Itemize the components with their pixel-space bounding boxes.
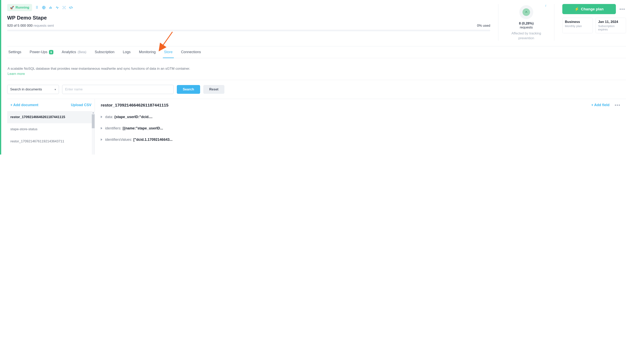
- tabs-nav: Settings Power-Ups 6 Analytics (Beta) Su…: [7, 46, 626, 58]
- tab-logs[interactable]: Logs: [122, 46, 132, 58]
- dots-icon: ⠿: [35, 6, 39, 10]
- face-scan-icon: [62, 6, 66, 10]
- reset-button[interactable]: Reset: [203, 85, 224, 94]
- status-badge: 🚀 Running: [7, 4, 32, 11]
- usage-count: 920 of 5 000 000 requests sent: [7, 24, 54, 28]
- add-field-button[interactable]: + Add field: [591, 103, 610, 107]
- code-icon: [69, 6, 73, 10]
- plus-icon: +: [10, 103, 12, 107]
- heartbeat-icon: [55, 6, 60, 10]
- field-row[interactable]: identifiers: [{name:"stape_userID...: [96, 123, 625, 134]
- plan-card-business: Business Monthly plan: [562, 18, 593, 33]
- plus-icon: +: [591, 103, 593, 107]
- tab-analytics[interactable]: Analytics (Beta): [60, 46, 88, 58]
- expand-icon: [101, 127, 102, 130]
- tab-settings[interactable]: Settings: [7, 46, 22, 58]
- svg-point-5: [64, 7, 65, 8]
- store-description: A scalable NoSQL database that provides …: [8, 67, 626, 71]
- field-row[interactable]: data: {stape_userID:"dcid....: [96, 111, 625, 123]
- scroll-up-icon[interactable]: ▲: [92, 111, 94, 114]
- info-icon[interactable]: i: [546, 4, 546, 7]
- svg-rect-3: [50, 6, 50, 9]
- affected-count: 8 (0,28%): [506, 22, 546, 26]
- tab-subscription[interactable]: Subscription: [94, 46, 116, 58]
- chevron-down-icon: ▾: [54, 88, 56, 91]
- tab-monitoring[interactable]: Monitoring: [138, 46, 157, 58]
- bolt-icon: ⚡: [574, 7, 579, 11]
- power-ups-badge: 6: [49, 50, 53, 54]
- change-plan-button[interactable]: ⚡ Change plan: [562, 4, 616, 14]
- upload-csv-button[interactable]: Upload CSV: [71, 103, 92, 107]
- affected-circle: [519, 5, 533, 19]
- svg-rect-2: [50, 7, 50, 9]
- divider: [498, 4, 498, 40]
- search-scope-select[interactable]: Search in documents ▾: [7, 85, 59, 94]
- affected-label: requests: [506, 26, 546, 30]
- more-menu-button[interactable]: •••: [619, 6, 626, 12]
- scroll-thumb[interactable]: [92, 114, 94, 128]
- svg-rect-4: [51, 7, 52, 9]
- learn-more-link[interactable]: Learn more: [8, 72, 25, 76]
- document-item[interactable]: restor_17092146646261187441115: [7, 111, 94, 123]
- tab-power-ups[interactable]: Power-Ups 6: [28, 46, 54, 58]
- expand-icon: [101, 116, 102, 118]
- document-item[interactable]: restor_17092146761192143643711: [7, 136, 94, 148]
- scrollbar[interactable]: ▲: [92, 111, 94, 154]
- plan-card-expiry: Jan 11, 2024 Subscription expires: [596, 18, 626, 33]
- add-document-button[interactable]: + Add document: [10, 103, 38, 107]
- field-row[interactable]: identifiersValues: ["dcid.1.17092146643.…: [96, 134, 625, 145]
- affected-sub: Affected by tracking prevention: [506, 31, 546, 40]
- rocket-icon: 🚀: [10, 6, 14, 10]
- document-more-button[interactable]: •••: [614, 102, 621, 108]
- search-button[interactable]: Search: [177, 85, 200, 94]
- bars-icon: [48, 6, 53, 10]
- expand-icon: [101, 138, 102, 141]
- document-item[interactable]: stape-store-status: [7, 123, 94, 136]
- search-input[interactable]: [62, 85, 174, 94]
- usage-percent: 0% used: [477, 24, 490, 28]
- page-title: WP Demo Stape: [7, 15, 490, 21]
- status-label: Running: [16, 6, 29, 10]
- usage-progress: [7, 30, 490, 31]
- document-title: restor_17092146646261187441115: [101, 103, 168, 108]
- globe-icon: [42, 6, 46, 10]
- integrations-icons: ⠿: [35, 6, 73, 10]
- tab-connections[interactable]: Connections: [180, 46, 202, 58]
- tab-store[interactable]: Store: [163, 46, 174, 58]
